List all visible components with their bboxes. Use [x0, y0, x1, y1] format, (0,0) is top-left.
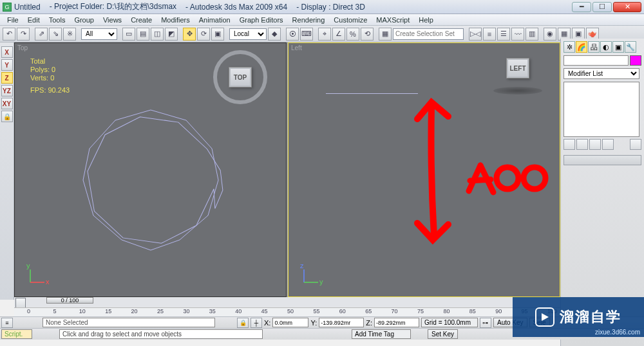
viewport-top[interactable]: Top Total Polys: 0 Verts: 0 FPS: 90.243 … [14, 42, 287, 297]
watermark-text: 溜溜自学 [560, 307, 621, 327]
time-ruler[interactable]: 0510152025303540455055606570758085909510… [14, 307, 560, 316]
z-label: Z: [366, 319, 372, 327]
setkey-button[interactable]: Set Key [428, 329, 458, 339]
axis-lock-icon[interactable]: 🔒 [1, 111, 13, 122]
close-button[interactable]: ✕ [613, 2, 641, 12]
pin-stack-button[interactable] [564, 139, 575, 150]
time-slider[interactable]: 0 / 100 [46, 297, 93, 304]
axis-y[interactable]: Y [1, 59, 13, 71]
axis-z[interactable]: Z [1, 72, 13, 84]
named-selection-button[interactable]: ▦ [379, 28, 392, 41]
ref-coord-system[interactable]: Local [229, 28, 267, 40]
axis-x[interactable]: X [1, 46, 13, 58]
select-scale-button[interactable]: ▣ [211, 28, 224, 41]
configure-sets-button[interactable] [630, 139, 641, 150]
menu-customize[interactable]: Customize [329, 16, 372, 24]
axis-constraints: X Y Z YZ XY 🔒 [0, 42, 14, 300]
tab-create[interactable]: ✲ [564, 41, 575, 53]
transform-type-in-button[interactable]: ┼ [251, 318, 262, 328]
make-unique-button[interactable] [589, 139, 601, 150]
manipulate-button[interactable]: ⦿ [286, 28, 299, 41]
curve-editor-button[interactable]: 〰 [511, 28, 524, 41]
mini-listener-toggle[interactable]: ≡ [1, 318, 13, 328]
select-move-button[interactable]: ✥ [183, 28, 196, 41]
track-bar-toggle[interactable] [15, 298, 26, 308]
axis-gizmo-icon: z y [300, 263, 323, 286]
menu-grapheditors[interactable]: Graph Editors [235, 16, 288, 24]
bind-spacewarp-button[interactable]: ※ [63, 28, 76, 41]
script-listener[interactable]: Script. [1, 329, 32, 339]
title-bar: G Untitled - Project Folder: D:\我的文档\3ds… [0, 0, 644, 14]
remove-modifier-button[interactable] [602, 139, 614, 150]
stats-polys: Polys: 0 [30, 66, 70, 74]
viewcube-top[interactable]: TOP [211, 48, 269, 106]
redo-button[interactable]: ↷ [17, 28, 30, 41]
y-spinner[interactable] [319, 318, 364, 327]
select-object-button[interactable]: ▭ [122, 28, 135, 41]
unlink-button[interactable]: ⇘ [49, 28, 62, 41]
display-driver: - Display : Direct 3D [296, 3, 365, 12]
modifier-stack[interactable] [564, 82, 639, 137]
app-icon: G [3, 3, 12, 12]
tab-display[interactable]: ▣ [612, 41, 624, 53]
lock-selection-button[interactable]: 🔒 [237, 318, 249, 328]
show-end-result-button[interactable] [576, 139, 588, 150]
watermark-url: zixue.3d66.com [595, 329, 640, 336]
menu-rendering[interactable]: Rendering [288, 16, 330, 24]
layers-button[interactable]: ☰ [497, 28, 510, 41]
tab-hierarchy[interactable]: 品 [588, 41, 600, 53]
modifier-list[interactable]: Modifier List [564, 68, 639, 79]
snap-toggle-button[interactable]: ⌖ [318, 28, 331, 41]
main-toolbar: ↶ ↷ ⇗ ⇘ ※ All ▭ ▤ ◫ ◩ ✥ ⟳ ▣ Local ◆ ⦿ ⌨ … [0, 26, 644, 42]
menu-group[interactable]: Group [70, 16, 99, 24]
angle-snap-button[interactable]: ∠ [332, 28, 345, 41]
menu-file[interactable]: File [3, 16, 23, 24]
menu-modifiers[interactable]: Modifiers [156, 16, 194, 24]
tab-utilities[interactable]: 🔧 [625, 41, 636, 53]
spinner-snap-button[interactable]: ⟲ [361, 28, 374, 41]
menu-views[interactable]: Views [99, 16, 126, 24]
keyboard-shortcut-button[interactable]: ⌨ [300, 28, 313, 41]
selection-set-input[interactable] [393, 28, 464, 40]
z-spinner[interactable] [374, 318, 419, 327]
viewport-left[interactable]: Left LEFT z y [288, 42, 560, 297]
viewcube-left[interactable]: LEFT [489, 47, 547, 105]
time-tag[interactable]: Add Time Tag [352, 329, 411, 339]
keymode-toggle[interactable]: ⊶ [480, 318, 491, 328]
menu-maxscript[interactable]: MAXScript [372, 16, 414, 24]
ngon-shape [64, 93, 238, 267]
rect-region-button[interactable]: ◫ [151, 28, 164, 41]
link-button[interactable]: ⇗ [35, 28, 48, 41]
object-color-swatch[interactable] [630, 55, 641, 66]
ruler-tick: 0 [27, 308, 30, 314]
svg-point-7 [524, 167, 545, 189]
menu-edit[interactable]: Edit [23, 16, 44, 24]
mirror-button[interactable]: ▷◁ [469, 28, 482, 41]
tab-motion[interactable]: ◐ [600, 41, 612, 53]
menu-help[interactable]: Help [414, 16, 438, 24]
object-name-input[interactable] [564, 55, 629, 66]
select-rotate-button[interactable]: ⟳ [197, 28, 210, 41]
axis-yz[interactable]: YZ [1, 85, 13, 96]
menu-create[interactable]: Create [126, 16, 156, 24]
viewcube-face[interactable]: LEFT [506, 58, 529, 78]
menu-tools[interactable]: Tools [44, 16, 70, 24]
window-crossing-button[interactable]: ◩ [165, 28, 178, 41]
select-by-name-button[interactable]: ▤ [137, 28, 149, 41]
selection-filter[interactable]: All [81, 28, 117, 40]
grid-display: Grid = 100.0mm [421, 318, 478, 327]
menu-animation[interactable]: Animation [194, 16, 235, 24]
percent-snap-button[interactable]: % [346, 28, 359, 41]
axis-xy[interactable]: XY [1, 98, 13, 109]
undo-button[interactable]: ↶ [3, 28, 15, 41]
svg-text:x: x [46, 278, 50, 286]
minimize-button[interactable]: ━ [572, 2, 591, 12]
align-button[interactable]: ≡ [483, 28, 496, 41]
schematic-view-button[interactable]: ▥ [526, 28, 538, 41]
use-center-button[interactable]: ◆ [268, 28, 281, 41]
material-editor-button[interactable]: ◉ [544, 28, 556, 41]
ruler-tick: 45 [261, 308, 268, 314]
tab-modify[interactable]: 🌈 [576, 41, 587, 53]
maximize-button[interactable]: ☐ [592, 2, 612, 12]
x-spinner[interactable] [272, 318, 308, 327]
